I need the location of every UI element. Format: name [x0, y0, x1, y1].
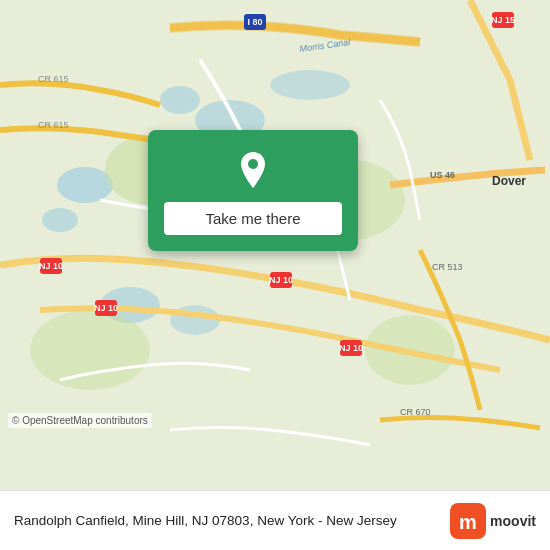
svg-text:US 46: US 46 [430, 170, 455, 180]
location-pin-icon [231, 148, 275, 192]
svg-point-4 [160, 86, 200, 114]
osm-credit: © OpenStreetMap contributors [8, 413, 152, 428]
svg-text:CR 513: CR 513 [432, 262, 463, 272]
svg-text:CR 670: CR 670 [400, 407, 431, 417]
svg-text:Dover: Dover [492, 174, 526, 188]
popup-card: Take me there [148, 130, 358, 251]
svg-point-5 [270, 70, 350, 100]
svg-text:I 80: I 80 [247, 17, 262, 27]
svg-point-1 [57, 167, 113, 203]
svg-point-10 [30, 310, 150, 390]
map-container[interactable]: US 46 CR 513 CR 670 Morris Canal CR 615 … [0, 0, 550, 490]
take-me-there-button[interactable]: Take me there [164, 202, 342, 235]
svg-text:m: m [459, 511, 477, 533]
svg-text:NJ 10: NJ 10 [39, 261, 63, 271]
svg-text:NJ 10: NJ 10 [339, 343, 363, 353]
bottom-bar: Randolph Canfield, Mine Hill, NJ 07803, … [0, 490, 550, 550]
svg-text:CR 615: CR 615 [38, 120, 69, 130]
svg-point-2 [42, 208, 78, 232]
moovit-brand-name: moovit [490, 513, 536, 529]
svg-text:NJ 15: NJ 15 [491, 15, 515, 25]
svg-point-31 [248, 159, 258, 169]
moovit-app-icon: m [450, 503, 486, 539]
svg-text:NJ 10: NJ 10 [269, 275, 293, 285]
svg-text:NJ 10: NJ 10 [94, 303, 118, 313]
address-text: Randolph Canfield, Mine Hill, NJ 07803, … [14, 512, 440, 530]
svg-text:CR 615: CR 615 [38, 74, 69, 84]
moovit-logo: m moovit [450, 503, 536, 539]
